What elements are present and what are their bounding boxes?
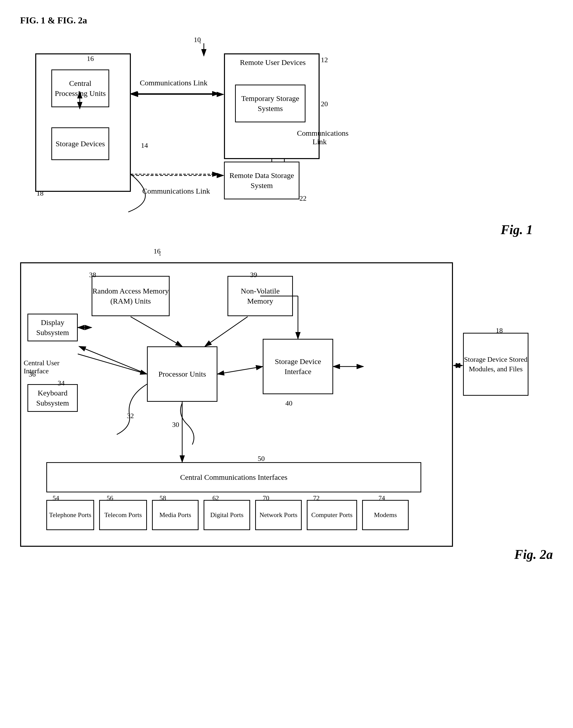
comm-link-top-label: Communications Link	[139, 79, 209, 87]
processor-box: Processor Units	[147, 346, 217, 402]
ref58: 58	[160, 494, 166, 502]
ref62: 62	[212, 494, 219, 502]
fig2a-title: Fig. 2a	[514, 547, 553, 562]
network-box: Network Ports	[255, 500, 302, 530]
page: FIG. 1 & FIG. 2a	[0, 0, 573, 728]
arrow-down-icon: ↓	[199, 38, 202, 45]
cpu-box: Central Processing Units	[51, 69, 109, 107]
remote-user-label: Remote User Devices	[230, 58, 316, 67]
ref38: 38	[89, 271, 96, 279]
telephone-box: Telephone Ports	[46, 500, 94, 530]
remote-data-box: Remote Data Storage System	[224, 162, 300, 199]
nvm-box: Non-Volatile Memory	[227, 276, 293, 316]
ref50: 50	[258, 454, 265, 463]
svg-line-22	[79, 346, 147, 374]
ref18-fig2a: 18	[496, 327, 503, 335]
svg-line-18	[131, 317, 182, 346]
temp-storage-box: Temporary Storage Systems	[235, 85, 306, 122]
ram-box: Random Access Memory (RAM) Units	[92, 276, 170, 316]
ref12: 12	[321, 56, 328, 64]
ref34: 34	[58, 379, 65, 387]
ref22: 22	[300, 194, 307, 202]
media-box: Media Ports	[152, 500, 199, 530]
ref18-fig1: 18	[37, 189, 44, 197]
modems-box: Modems	[362, 500, 409, 530]
ref72: 72	[313, 494, 320, 502]
ref20: 20	[321, 100, 328, 108]
fig2a-outer-box: Random Access Memory (RAM) Units 38 Non-…	[20, 262, 453, 547]
central-comm-box: Central Communications Interfaces	[46, 462, 421, 492]
ref16-fig1: 16	[87, 55, 94, 63]
ref40: 40	[285, 399, 293, 407]
keyboard-box: Keyboard Subsystem	[28, 384, 78, 412]
fig1-title: Fig. 1	[501, 222, 533, 237]
storage-stored-box: Storage Device Stored Modules, and Files	[463, 333, 528, 396]
storage-devices-box: Storage Devices	[51, 128, 109, 160]
computer-box: Computer Ports	[307, 500, 357, 530]
comm-link-right-label: Communications Link	[297, 129, 342, 146]
storage-device-interface-box: Storage Device Interface	[263, 339, 333, 394]
fig-label: FIG. 1 & FIG. 2a	[20, 15, 553, 26]
fig1-area: 10 ↓ Central Processing Units Storage De…	[20, 36, 553, 242]
ref30: 30	[172, 421, 179, 429]
ref56: 56	[107, 494, 113, 502]
ref36: 36	[29, 370, 36, 378]
digital-box: Digital Ports	[204, 500, 250, 530]
telecom-box: Telecom Ports	[99, 500, 147, 530]
arrow-down2-icon: ↓	[159, 250, 162, 257]
fig2a-area: 16 ↓ Random Access Memory (RAM) Units 38…	[20, 262, 553, 565]
ref32: 32	[127, 412, 134, 420]
ref54: 54	[53, 494, 59, 502]
ref14: 14	[141, 142, 148, 150]
display-box: Display Subsystem	[28, 313, 78, 341]
svg-line-24	[217, 367, 263, 374]
fig1-left-outer-box: Central Processing Units Storage Devices	[35, 53, 131, 192]
svg-line-23	[78, 354, 147, 374]
comm-link-bottom-label: Communications Link	[141, 187, 211, 195]
svg-line-19	[205, 317, 248, 346]
ref70: 70	[263, 494, 269, 502]
ref39: 39	[250, 271, 257, 279]
ref74: 74	[378, 494, 385, 502]
